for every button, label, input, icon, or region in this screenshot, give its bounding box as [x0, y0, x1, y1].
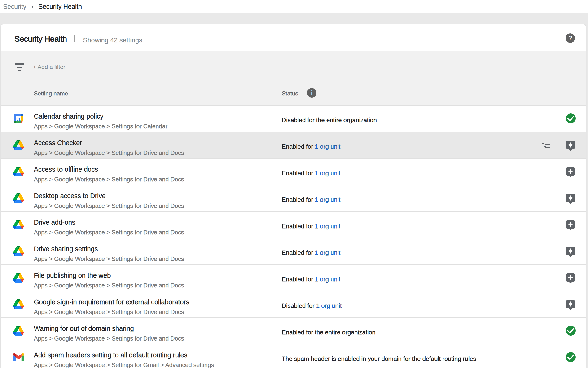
svg-text:31: 31 — [16, 117, 21, 121]
